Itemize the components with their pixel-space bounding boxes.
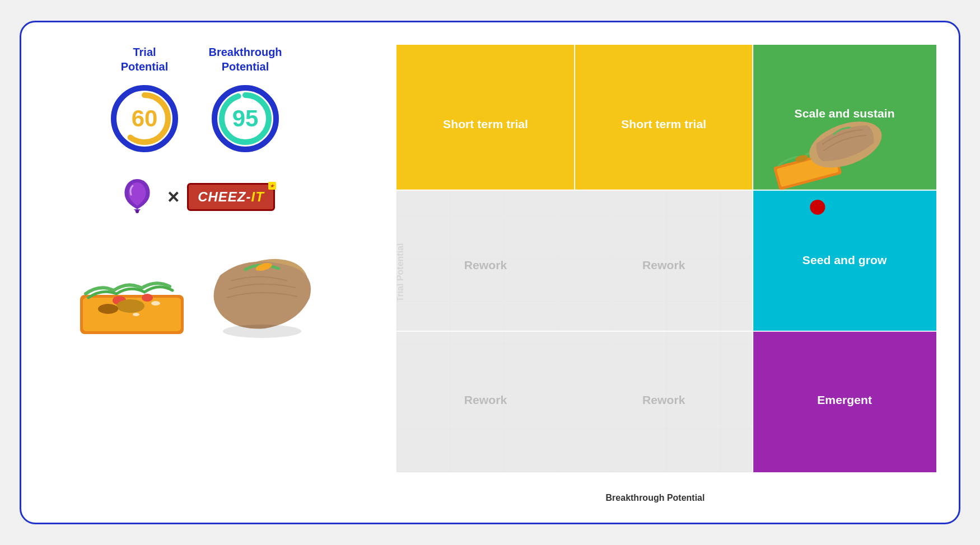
chart-wrapper: Trial Potential Breakthrough Potential: [368, 39, 942, 506]
svg-text:Seed and grow: Seed and grow: [802, 253, 887, 266]
svg-text:Rework: Rework: [642, 259, 685, 271]
cross-symbol: ×: [167, 185, 179, 209]
gauges-row: TrialPotential 60 BreakthroughPotential: [105, 45, 284, 158]
svg-point-14: [151, 301, 160, 306]
svg-point-15: [133, 313, 139, 316]
breakthrough-gauge-container: BreakthroughPotential 95: [206, 45, 284, 158]
data-point: [810, 200, 825, 215]
svg-text:Rework: Rework: [642, 393, 685, 406]
svg-rect-41: [396, 331, 753, 472]
svg-text:Rework: Rework: [464, 393, 507, 406]
food-item-1: [69, 250, 192, 340]
chart-area: Short term trial Short term trial Scale …: [396, 45, 936, 472]
food-images-row: [69, 236, 321, 340]
breakthrough-gauge-circle: 95: [206, 79, 284, 158]
svg-point-18: [223, 325, 301, 338]
svg-point-11: [142, 294, 153, 302]
chart-svg: Short term trial Short term trial Scale …: [396, 45, 936, 472]
svg-point-7: [136, 210, 139, 213]
trial-value: 60: [132, 105, 158, 132]
breakthrough-potential-label: BreakthroughPotential: [208, 45, 282, 74]
svg-text:Scale and sustain: Scale and sustain: [795, 107, 895, 120]
x-axis-label: Breakthrough Potential: [606, 493, 705, 503]
logos-row: × CHEEZ-IT ★: [115, 175, 275, 219]
food-item-2: [203, 236, 321, 340]
svg-point-13: [98, 304, 118, 314]
left-panel: TrialPotential 60 BreakthroughPotential: [38, 39, 352, 506]
svg-text:Short term trial: Short term trial: [443, 118, 528, 130]
svg-text:Short term trial: Short term trial: [621, 118, 706, 130]
cheez-it-logo: CHEEZ-IT ★: [187, 183, 275, 211]
trial-potential-label: TrialPotential: [121, 45, 168, 74]
svg-text:Rework: Rework: [464, 259, 507, 271]
svg-rect-43: [396, 190, 753, 331]
svg-point-12: [116, 299, 144, 313]
trial-gauge-circle: 60: [105, 79, 184, 158]
svg-text:Emergent: Emergent: [817, 393, 872, 406]
main-card: TrialPotential 60 BreakthroughPotential: [20, 21, 960, 524]
breakthrough-value: 95: [232, 105, 259, 132]
trial-gauge-container: TrialPotential 60: [105, 45, 184, 158]
taco-bell-logo: [115, 175, 160, 219]
right-panel: Trial Potential Breakthrough Potential: [368, 39, 942, 506]
